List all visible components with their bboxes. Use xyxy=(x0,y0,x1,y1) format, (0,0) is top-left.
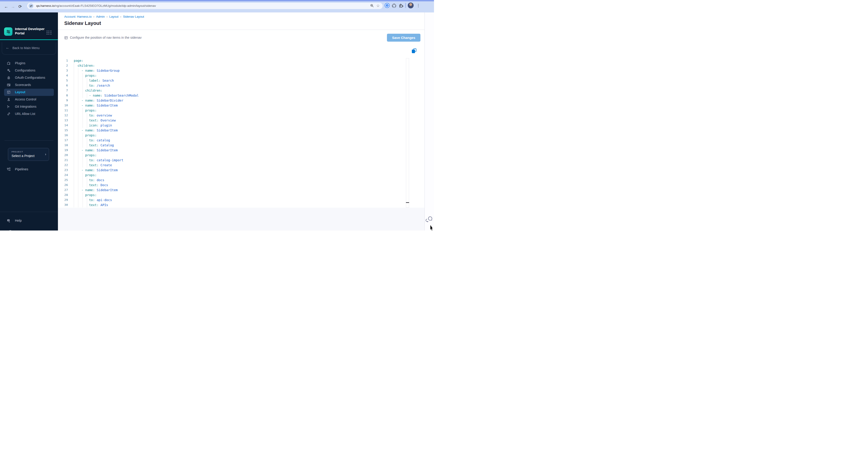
code-line[interactable]: 28 props: xyxy=(58,193,404,197)
editor-toolbar: Configure the position of nav items in t… xyxy=(58,30,425,45)
chat-widget-icon[interactable] xyxy=(426,216,433,223)
bookmark-star-icon[interactable]: ☆ xyxy=(376,4,381,8)
code-lines: 1page:2 children:3 - name: SidebarGroup4… xyxy=(58,58,404,207)
code-line[interactable]: 4 props: xyxy=(58,73,404,78)
code-line[interactable]: 20 props: xyxy=(58,153,404,158)
code-line[interactable]: 25 to: docs xyxy=(58,177,404,183)
back-to-main-menu[interactable]: ← Back to Main Menu xyxy=(2,42,56,55)
sidebar-item-configurations[interactable]: Configurations xyxy=(4,67,54,74)
code-line[interactable]: 8 - name: SidebarSearchModal xyxy=(58,93,404,98)
back-button[interactable]: ← xyxy=(3,4,9,9)
indent-guide xyxy=(83,113,83,118)
code-line[interactable]: 13 text: Overview xyxy=(58,118,404,123)
sidebar-item-url-allow-list[interactable]: URL Allow List xyxy=(4,110,54,118)
breadcrumb-item[interactable]: Admin xyxy=(96,15,105,18)
indent-guide xyxy=(74,148,74,153)
line-number: 28 xyxy=(58,193,68,197)
indent-guide xyxy=(74,68,74,73)
url-host: qa.harness.io xyxy=(36,4,55,7)
onepassword-extension-icon[interactable] xyxy=(385,3,390,8)
code-text: to: overview xyxy=(74,113,112,118)
breadcrumb-item[interactable]: Account: Harness.io xyxy=(64,15,92,18)
code-line[interactable]: 26 text: Docs xyxy=(58,183,404,188)
line-number: 2 xyxy=(58,63,68,68)
code-line[interactable]: 22 text: Create xyxy=(58,163,404,168)
sidebar-item-label: OAuth Configurations xyxy=(15,76,45,79)
code-line[interactable]: 1page: xyxy=(58,58,404,63)
loading-extension-icon[interactable] xyxy=(392,4,396,8)
indent-guide xyxy=(87,197,87,202)
code-line[interactable]: 30 text: APIs xyxy=(58,202,404,207)
sidebar-item-oauth-configurations[interactable]: OAuth Configurations xyxy=(4,74,54,81)
code-line[interactable]: 27 - name: SidebarItem xyxy=(58,188,404,193)
sidebar-item-access-control[interactable]: Access Control xyxy=(4,96,54,103)
url-bar[interactable]: qa.harness.io/ng/account/zEaak-FLS425IEO… xyxy=(27,3,383,9)
sidebar-item-scorecards[interactable]: Scorecards xyxy=(4,81,54,89)
indent-guide xyxy=(87,138,87,143)
indent-guide xyxy=(87,123,87,128)
code-line[interactable]: 6 to: /search xyxy=(58,83,404,88)
url-allow-list-icon xyxy=(7,112,11,116)
url-text[interactable]: qa.harness.io/ng/account/zEaak-FLS425IEO… xyxy=(36,4,156,7)
reload-button[interactable]: ⟳ xyxy=(17,4,23,9)
code-line[interactable]: 18 text: Catalog xyxy=(58,143,404,148)
profile-avatar[interactable] xyxy=(408,2,414,8)
sidebar-item-label: Access Control xyxy=(15,98,36,101)
code-line[interactable]: 23 - name: SidebarItem xyxy=(58,168,404,173)
breadcrumb-item[interactable]: Layout xyxy=(109,15,119,18)
indent-guide xyxy=(74,158,74,163)
browser-menu-button[interactable]: ⋮ xyxy=(416,3,420,8)
project-selector[interactable]: PROJECT Select a Project › xyxy=(8,148,49,161)
code-line[interactable]: 3 - name: SidebarGroup xyxy=(58,68,404,73)
code-line[interactable]: 17 to: catalog xyxy=(58,138,404,143)
code-line[interactable]: 11 props: xyxy=(58,108,404,113)
zoom-icon[interactable] xyxy=(370,4,374,8)
breadcrumb-item[interactable]: Sidenav Layout xyxy=(123,15,144,18)
sidebar-item-git-integrations[interactable]: Git Integrations xyxy=(4,103,54,110)
site-settings-icon[interactable] xyxy=(29,3,33,8)
extensions-puzzle-icon[interactable] xyxy=(399,3,403,9)
editor-scrollbar[interactable] xyxy=(406,58,409,208)
code-line[interactable]: 24 props: xyxy=(58,173,404,177)
code-line[interactable]: 16 props: xyxy=(58,133,404,138)
code-line[interactable]: 21 to: catalog-import xyxy=(58,158,404,163)
yaml-editor[interactable]: 1page:2 children:3 - name: SidebarGroup4… xyxy=(58,45,425,208)
code-line[interactable]: 15 - name: SidebarItem xyxy=(58,128,404,133)
code-line[interactable]: 19 - name: SidebarItem xyxy=(58,148,404,153)
save-changes-button[interactable]: Save Changes xyxy=(387,34,421,42)
code-line[interactable]: 14 icon: plugin xyxy=(58,123,404,128)
page-scroll-gutter[interactable] xyxy=(425,12,434,230)
forward-button[interactable]: → xyxy=(10,4,16,9)
line-number: 4 xyxy=(58,73,68,78)
sidebar-item-help[interactable]: ? Help xyxy=(4,217,54,224)
code-line[interactable]: 5 label: Search xyxy=(58,78,404,83)
indent-guide xyxy=(83,108,83,113)
code-line[interactable]: 7 children: xyxy=(58,88,404,93)
sidebar-item-pipelines[interactable]: Pipelines xyxy=(4,166,54,173)
module-grid-icon[interactable] xyxy=(46,31,52,35)
code-line[interactable]: 10 - name: SidebarItem xyxy=(58,103,404,108)
indent-guide xyxy=(74,118,74,123)
sidebar-item-label: Git Integrations xyxy=(15,105,36,108)
indent-guide xyxy=(74,138,74,143)
indent-guide xyxy=(74,188,74,193)
code-line[interactable]: 29 to: api-docs xyxy=(58,197,404,202)
indent-guide xyxy=(83,163,83,168)
code-line[interactable]: 2 children: xyxy=(58,63,404,68)
sidebar-item-plugins[interactable]: Plugins xyxy=(4,60,54,67)
code-line[interactable]: 12 to: overview xyxy=(58,113,404,118)
idp-logo-icon[interactable] xyxy=(4,27,12,36)
sidebar-item-layout[interactable]: Layout xyxy=(4,89,54,96)
line-number: 15 xyxy=(58,128,68,133)
line-number: 29 xyxy=(58,197,68,202)
teal-divider xyxy=(0,39,58,40)
code-line[interactable]: 9 - name: SidebarDivider xyxy=(58,98,404,103)
copy-icon[interactable] xyxy=(412,48,417,54)
line-number: 8 xyxy=(58,93,68,98)
indent-guide xyxy=(87,177,87,183)
browser-top-strip xyxy=(0,0,434,1)
indent-guide xyxy=(83,88,83,93)
user-profile[interactable]: HM Himanshu Mishra xyxy=(4,230,54,230)
code-text: props: xyxy=(74,133,97,138)
line-number: 9 xyxy=(58,98,68,103)
